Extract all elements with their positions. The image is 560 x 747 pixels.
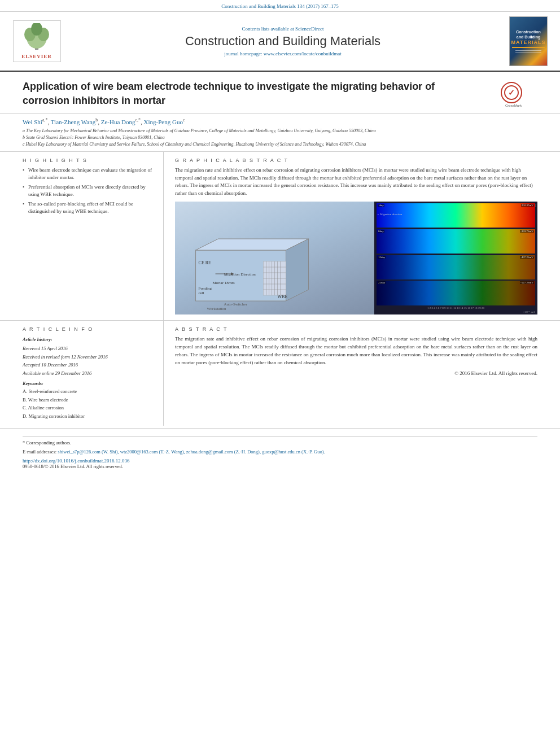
abstract-copyright: © 2016 Elsevier Ltd. All rights reserved…: [175, 370, 537, 376]
highlights-col: H I G H L I G H T S Wire beam electrode …: [11, 152, 164, 320]
homepage-url[interactable]: www.elsevier.com/locate/conbuildmat: [264, 51, 342, 56]
cover-title-line1: Construction: [516, 29, 541, 34]
revised-date: Received in revised form 12 November 201…: [23, 353, 158, 361]
article-info-col: A R T I C L E I N F O Article history: R…: [11, 321, 164, 426]
email-addresses[interactable]: shiwei_s7p@126.com (W. Shi), wtz2000@163…: [58, 449, 325, 455]
svg-text:CE  RE: CE RE: [199, 260, 212, 265]
affiliation-c: c Hubei Key Laboratory of Material Chemi…: [23, 141, 537, 148]
electrode-diagram: CE RE Migration Direction Mortar 18mm Po…: [175, 202, 374, 314]
authors-line: Wei Shia,*, Tian-Zheng Wangb, Ze-Hua Don…: [23, 117, 537, 125]
graphical-abstract-image: CE RE Migration Direction Mortar 18mm Po…: [175, 202, 537, 314]
graphical-abstract-label: G R A P H I C A L A B S T R A C T: [175, 158, 537, 163]
author-wei-shi: Wei Shi: [23, 119, 42, 125]
affiliation-a: a The Key Laboratory for Mechanical Beha…: [23, 128, 537, 134]
email-line: E-mail addresses: shiwei_s7p@126.com (W.…: [23, 448, 537, 456]
svg-text:Mortar  18mm: Mortar 18mm: [213, 281, 235, 285]
elsevier-tree-icon: [20, 23, 54, 51]
sciencedirect-line: Contents lists available at ScienceDirec…: [62, 26, 504, 32]
elsevier-logo: ELSEVIER: [11, 20, 62, 62]
cover-title-line2: and Building: [517, 34, 540, 40]
graphical-abstract-text: The migration rate and inhibitive effect…: [175, 167, 537, 197]
keywords-section: Keywords: A. Steel-reinforced concrete B…: [23, 381, 158, 420]
doi-url: http://dx.doi.org/10.1016/j.conbuildmat.…: [23, 458, 130, 464]
crossmark-icon: ✓ CrossMark: [501, 82, 526, 104]
corresponding-note: * Corresponding authors.: [23, 439, 537, 447]
sciencedirect-prefix: Contents lists available at: [242, 26, 295, 32]
email-label: E-mail addresses:: [23, 449, 56, 455]
svg-text:Workstation: Workstation: [207, 307, 227, 311]
received-date: Received 15 April 2016: [23, 344, 158, 352]
available-date: Available online 29 December 2016: [23, 369, 158, 377]
highlights-list: Wire beam electrode technique can evalua…: [23, 167, 158, 215]
abstract-label: A B S T R A C T: [175, 326, 537, 332]
affiliation-b: b State Grid Shanxi Electric Power Resea…: [23, 134, 537, 141]
article-title: Application of wire beam electrode techn…: [23, 80, 474, 108]
doi-line[interactable]: http://dx.doi.org/10.1016/j.conbuildmat.…: [23, 458, 537, 464]
journal-title: Construction and Building Materials: [62, 34, 504, 49]
sciencedirect-link-text[interactable]: ScienceDirect: [295, 26, 323, 32]
history-title: Article history:: [23, 335, 158, 343]
journal-homepage: journal homepage: www.elsevier.com/locat…: [62, 51, 504, 56]
crossmark-circle: ✓: [501, 82, 522, 103]
keyword-c: C. Alkaline corrosion: [23, 404, 158, 412]
footer-divider: [23, 436, 537, 437]
svg-text:Auto-Switcher: Auto-Switcher: [224, 302, 248, 307]
article-title-section: Application of wire beam electrode techn…: [0, 72, 560, 114]
abstract-col: A B S T R A C T The migration rate and i…: [164, 321, 549, 426]
journal-ref-bar: Construction and Building Materials 134 …: [0, 0, 560, 12]
highlight-item-1: Wire beam electrode technique can evalua…: [23, 167, 158, 181]
svg-text:cell: cell: [199, 291, 204, 295]
footer-section: * Corresponding authors. E-mail addresse…: [0, 428, 560, 474]
header-center: Contents lists available at ScienceDirec…: [62, 26, 504, 56]
svg-marker-9: [286, 239, 309, 301]
highlight-item-3: The so-called pore-blocking effect of MC…: [23, 200, 158, 215]
svg-text:Migration Direction: Migration Direction: [224, 272, 256, 277]
svg-text:✓: ✓: [508, 89, 515, 97]
electrode-svg: CE RE Migration Direction Mortar 18mm Po…: [177, 233, 372, 312]
keyword-b: B. Wire beam electrode: [23, 396, 158, 404]
journal-cover: Construction and Building MATERIALS: [509, 16, 549, 66]
article-info-abstract-section: A R T I C L E I N F O Article history: R…: [0, 321, 560, 426]
svg-text:WBE: WBE: [278, 294, 288, 299]
heat-maps: OCP vs.SCE 1day 202.37mV 8day -393.76mV: [374, 202, 537, 314]
journal-ref-text: Construction and Building Materials 134 …: [221, 3, 338, 9]
authors-section: Wei Shia,*, Tian-Zheng Wangb, Ze-Hua Don…: [0, 114, 560, 152]
highlights-graphical-section: H I G H L I G H T S Wire beam electrode …: [0, 152, 560, 321]
author-ze-hua-dong: Ze-Hua Dong: [101, 119, 135, 125]
abstract-text: The migration rate and inhibitive effect…: [175, 335, 537, 367]
homepage-prefix: journal homepage:: [224, 51, 263, 56]
issn-line: 0950-0618/© 2016 Elsevier Ltd. All right…: [23, 464, 537, 469]
keywords-title: Keywords:: [23, 381, 158, 386]
journal-header: ELSEVIER Contents lists available at Sci…: [0, 12, 560, 72]
highlights-label: H I G H L I G H T S: [23, 158, 158, 163]
graphical-abstract-col: G R A P H I C A L A B S T R A C T The mi…: [164, 152, 549, 320]
article-history: Article history: Received 15 April 2016 …: [23, 335, 158, 377]
author-xing-peng-guo: Xing-Peng Guo: [144, 119, 183, 125]
elsevier-text: ELSEVIER: [16, 54, 58, 59]
keyword-d: D. Migrating corrosion inhibitor: [23, 412, 158, 420]
cover-materials: MATERIALS: [511, 40, 546, 45]
keyword-a: A. Steel-reinforced concrete: [23, 387, 158, 395]
author-tian-zheng-wang: Tian-Zheng Wang: [51, 119, 95, 125]
page: Construction and Building Materials 134 …: [0, 0, 560, 747]
affiliations: a The Key Laboratory for Mechanical Beha…: [23, 128, 537, 148]
accepted-date: Accepted 10 December 2016: [23, 361, 158, 369]
article-info-label: A R T I C L E I N F O: [23, 326, 158, 332]
highlight-item-2: Preferential absorption of MCIs were dir…: [23, 184, 158, 198]
svg-text:Ponding: Ponding: [199, 286, 212, 291]
